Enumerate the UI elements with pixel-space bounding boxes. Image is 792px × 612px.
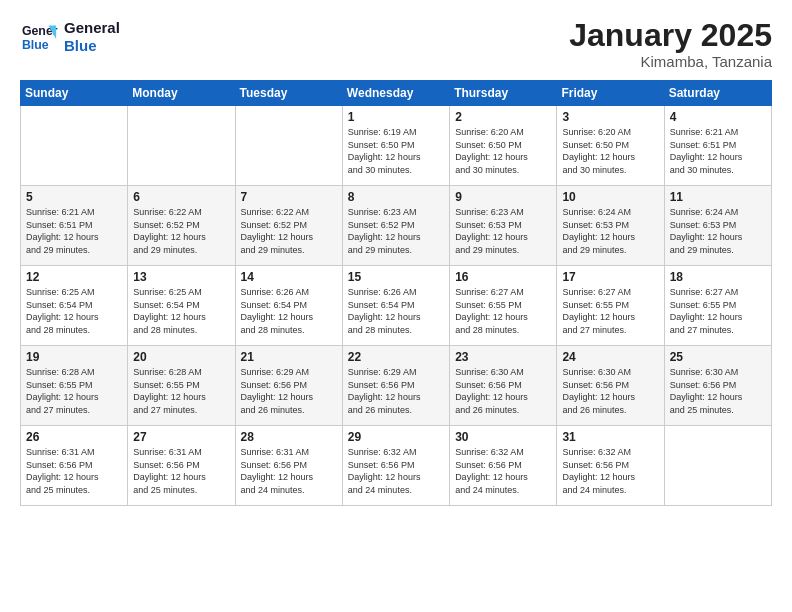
day-info: Sunrise: 6:24 AM Sunset: 6:53 PM Dayligh… xyxy=(670,206,766,256)
day-info: Sunrise: 6:30 AM Sunset: 6:56 PM Dayligh… xyxy=(562,366,658,416)
day-info: Sunrise: 6:30 AM Sunset: 6:56 PM Dayligh… xyxy=(670,366,766,416)
day-info: Sunrise: 6:19 AM Sunset: 6:50 PM Dayligh… xyxy=(348,126,444,176)
day-cell: 22Sunrise: 6:29 AM Sunset: 6:56 PM Dayli… xyxy=(342,346,449,426)
week-row-4: 19Sunrise: 6:28 AM Sunset: 6:55 PM Dayli… xyxy=(21,346,772,426)
day-cell: 8Sunrise: 6:23 AM Sunset: 6:52 PM Daylig… xyxy=(342,186,449,266)
day-info: Sunrise: 6:28 AM Sunset: 6:55 PM Dayligh… xyxy=(133,366,229,416)
day-number: 10 xyxy=(562,190,658,204)
day-number: 17 xyxy=(562,270,658,284)
day-info: Sunrise: 6:23 AM Sunset: 6:53 PM Dayligh… xyxy=(455,206,551,256)
week-row-1: 1Sunrise: 6:19 AM Sunset: 6:50 PM Daylig… xyxy=(21,106,772,186)
day-cell: 24Sunrise: 6:30 AM Sunset: 6:56 PM Dayli… xyxy=(557,346,664,426)
day-cell: 25Sunrise: 6:30 AM Sunset: 6:56 PM Dayli… xyxy=(664,346,771,426)
day-info: Sunrise: 6:23 AM Sunset: 6:52 PM Dayligh… xyxy=(348,206,444,256)
day-number: 11 xyxy=(670,190,766,204)
col-friday: Friday xyxy=(557,81,664,106)
day-cell: 23Sunrise: 6:30 AM Sunset: 6:56 PM Dayli… xyxy=(450,346,557,426)
logo-general: General xyxy=(64,19,120,37)
day-info: Sunrise: 6:20 AM Sunset: 6:50 PM Dayligh… xyxy=(562,126,658,176)
day-cell: 18Sunrise: 6:27 AM Sunset: 6:55 PM Dayli… xyxy=(664,266,771,346)
day-cell: 28Sunrise: 6:31 AM Sunset: 6:56 PM Dayli… xyxy=(235,426,342,506)
day-cell: 26Sunrise: 6:31 AM Sunset: 6:56 PM Dayli… xyxy=(21,426,128,506)
logo-icon: General Blue xyxy=(20,18,58,56)
day-cell xyxy=(21,106,128,186)
svg-text:Blue: Blue xyxy=(22,38,49,52)
day-info: Sunrise: 6:28 AM Sunset: 6:55 PM Dayligh… xyxy=(26,366,122,416)
calendar-title: January 2025 xyxy=(569,18,772,53)
day-number: 18 xyxy=(670,270,766,284)
day-cell: 21Sunrise: 6:29 AM Sunset: 6:56 PM Dayli… xyxy=(235,346,342,426)
calendar-table: Sunday Monday Tuesday Wednesday Thursday… xyxy=(20,80,772,506)
day-cell: 30Sunrise: 6:32 AM Sunset: 6:56 PM Dayli… xyxy=(450,426,557,506)
day-cell: 4Sunrise: 6:21 AM Sunset: 6:51 PM Daylig… xyxy=(664,106,771,186)
day-info: Sunrise: 6:31 AM Sunset: 6:56 PM Dayligh… xyxy=(26,446,122,496)
day-number: 12 xyxy=(26,270,122,284)
day-number: 2 xyxy=(455,110,551,124)
day-cell: 20Sunrise: 6:28 AM Sunset: 6:55 PM Dayli… xyxy=(128,346,235,426)
day-number: 24 xyxy=(562,350,658,364)
day-number: 15 xyxy=(348,270,444,284)
day-cell: 19Sunrise: 6:28 AM Sunset: 6:55 PM Dayli… xyxy=(21,346,128,426)
day-info: Sunrise: 6:25 AM Sunset: 6:54 PM Dayligh… xyxy=(26,286,122,336)
col-tuesday: Tuesday xyxy=(235,81,342,106)
day-info: Sunrise: 6:30 AM Sunset: 6:56 PM Dayligh… xyxy=(455,366,551,416)
day-cell: 29Sunrise: 6:32 AM Sunset: 6:56 PM Dayli… xyxy=(342,426,449,506)
day-info: Sunrise: 6:27 AM Sunset: 6:55 PM Dayligh… xyxy=(562,286,658,336)
day-info: Sunrise: 6:32 AM Sunset: 6:56 PM Dayligh… xyxy=(455,446,551,496)
col-thursday: Thursday xyxy=(450,81,557,106)
day-number: 21 xyxy=(241,350,337,364)
day-number: 26 xyxy=(26,430,122,444)
day-info: Sunrise: 6:21 AM Sunset: 6:51 PM Dayligh… xyxy=(670,126,766,176)
day-cell: 6Sunrise: 6:22 AM Sunset: 6:52 PM Daylig… xyxy=(128,186,235,266)
col-monday: Monday xyxy=(128,81,235,106)
day-info: Sunrise: 6:26 AM Sunset: 6:54 PM Dayligh… xyxy=(348,286,444,336)
day-cell: 10Sunrise: 6:24 AM Sunset: 6:53 PM Dayli… xyxy=(557,186,664,266)
week-row-3: 12Sunrise: 6:25 AM Sunset: 6:54 PM Dayli… xyxy=(21,266,772,346)
day-number: 25 xyxy=(670,350,766,364)
day-cell xyxy=(235,106,342,186)
day-number: 27 xyxy=(133,430,229,444)
day-info: Sunrise: 6:27 AM Sunset: 6:55 PM Dayligh… xyxy=(455,286,551,336)
day-cell: 5Sunrise: 6:21 AM Sunset: 6:51 PM Daylig… xyxy=(21,186,128,266)
day-cell xyxy=(128,106,235,186)
day-number: 8 xyxy=(348,190,444,204)
day-cell: 15Sunrise: 6:26 AM Sunset: 6:54 PM Dayli… xyxy=(342,266,449,346)
day-info: Sunrise: 6:22 AM Sunset: 6:52 PM Dayligh… xyxy=(241,206,337,256)
day-cell: 11Sunrise: 6:24 AM Sunset: 6:53 PM Dayli… xyxy=(664,186,771,266)
day-info: Sunrise: 6:29 AM Sunset: 6:56 PM Dayligh… xyxy=(348,366,444,416)
day-info: Sunrise: 6:21 AM Sunset: 6:51 PM Dayligh… xyxy=(26,206,122,256)
day-number: 13 xyxy=(133,270,229,284)
col-sunday: Sunday xyxy=(21,81,128,106)
day-number: 30 xyxy=(455,430,551,444)
page: General Blue General Blue January 2025 K… xyxy=(0,0,792,612)
day-info: Sunrise: 6:31 AM Sunset: 6:56 PM Dayligh… xyxy=(133,446,229,496)
day-number: 19 xyxy=(26,350,122,364)
day-cell: 16Sunrise: 6:27 AM Sunset: 6:55 PM Dayli… xyxy=(450,266,557,346)
calendar-subtitle: Kimamba, Tanzania xyxy=(569,53,772,70)
day-number: 16 xyxy=(455,270,551,284)
logo: General Blue General Blue xyxy=(20,18,120,56)
day-cell xyxy=(664,426,771,506)
day-info: Sunrise: 6:32 AM Sunset: 6:56 PM Dayligh… xyxy=(348,446,444,496)
day-number: 1 xyxy=(348,110,444,124)
day-number: 14 xyxy=(241,270,337,284)
col-wednesday: Wednesday xyxy=(342,81,449,106)
week-row-5: 26Sunrise: 6:31 AM Sunset: 6:56 PM Dayli… xyxy=(21,426,772,506)
day-info: Sunrise: 6:32 AM Sunset: 6:56 PM Dayligh… xyxy=(562,446,658,496)
week-row-2: 5Sunrise: 6:21 AM Sunset: 6:51 PM Daylig… xyxy=(21,186,772,266)
header-row: Sunday Monday Tuesday Wednesday Thursday… xyxy=(21,81,772,106)
day-number: 7 xyxy=(241,190,337,204)
day-number: 29 xyxy=(348,430,444,444)
header: General Blue General Blue January 2025 K… xyxy=(20,18,772,70)
col-saturday: Saturday xyxy=(664,81,771,106)
day-number: 22 xyxy=(348,350,444,364)
day-cell: 17Sunrise: 6:27 AM Sunset: 6:55 PM Dayli… xyxy=(557,266,664,346)
title-block: January 2025 Kimamba, Tanzania xyxy=(569,18,772,70)
day-info: Sunrise: 6:29 AM Sunset: 6:56 PM Dayligh… xyxy=(241,366,337,416)
day-number: 3 xyxy=(562,110,658,124)
day-info: Sunrise: 6:24 AM Sunset: 6:53 PM Dayligh… xyxy=(562,206,658,256)
day-number: 5 xyxy=(26,190,122,204)
day-info: Sunrise: 6:31 AM Sunset: 6:56 PM Dayligh… xyxy=(241,446,337,496)
day-cell: 1Sunrise: 6:19 AM Sunset: 6:50 PM Daylig… xyxy=(342,106,449,186)
day-info: Sunrise: 6:25 AM Sunset: 6:54 PM Dayligh… xyxy=(133,286,229,336)
